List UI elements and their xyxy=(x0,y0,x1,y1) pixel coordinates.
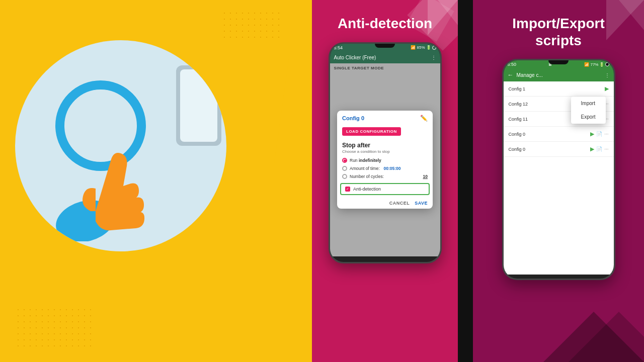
dots-decoration-top xyxy=(221,10,282,40)
config-name-4: Config 0 xyxy=(509,132,591,137)
anti-detection-title: Anti-detection xyxy=(338,15,432,32)
config-dialog: Config 0 ✏️ LOAD CONFIGURATION Stop afte… xyxy=(337,111,433,209)
stop-after-title: Stop after xyxy=(337,140,433,149)
toolbar-title: Auto Clicker (Free) xyxy=(334,55,376,60)
dialog-actions: CANCEL SAVE xyxy=(337,198,433,209)
status-time: 5:54 xyxy=(334,45,343,50)
config-actions-4: ▶ 📄 ··· xyxy=(590,131,608,137)
copy-icon-4[interactable]: 📄 xyxy=(596,131,602,137)
radio-number-of-cycles[interactable]: Number of cycles: 10 xyxy=(337,172,433,180)
circle-background xyxy=(15,40,226,251)
play-icon-4[interactable]: ▶ xyxy=(590,131,594,137)
anti-detection-checkbox-row[interactable]: ✓ Anti-detection xyxy=(340,183,430,195)
dialog-overlay: Config 0 ✏️ LOAD CONFIGURATION Stop afte… xyxy=(330,63,440,256)
config-name-1: Config 1 xyxy=(509,86,605,92)
more-icon-4[interactable]: ··· xyxy=(604,131,608,137)
config-name-5: Config 0 xyxy=(509,147,591,152)
anti-detection-phone: 5:54 📶 85% 🔋 Auto Clicker (Free) ⋮ SINGL… xyxy=(329,42,442,263)
anti-detection-section: Anti-detection 5:54 📶 85% 🔋 Auto Clicker… xyxy=(312,0,458,362)
phone-toolbar-2: ← Manage c... ⋮ Import Export xyxy=(504,68,614,81)
separator-bar xyxy=(458,0,473,362)
phone-notch-2 xyxy=(548,60,569,64)
right-panel: Anti-detection 5:54 📶 85% 🔋 Auto Clicker… xyxy=(312,0,644,362)
import-export-phone: 5:50 🖥 📶 77% 🔋 ← Manage c... ⋮ xyxy=(502,59,615,280)
toolbar-title-2: Manage c... xyxy=(517,72,543,78)
phone-content: SINGLE TARGET MODE Config 0 ✏️ LOAD CONF… xyxy=(330,63,440,256)
import-export-dropdown: Import Export xyxy=(571,97,606,124)
more-icon-5[interactable]: ··· xyxy=(604,146,608,152)
status-icons-2: 📶 77% 🔋 xyxy=(584,62,609,67)
config-actions-5: ▶ 📄 ··· xyxy=(590,146,608,152)
phone-notch xyxy=(375,44,395,48)
radio-run-indefinitely[interactable]: Run indefinitely xyxy=(337,156,433,164)
left-panel xyxy=(0,0,312,362)
play-icon-1[interactable]: ▶ xyxy=(605,85,609,92)
export-menu-item[interactable]: Export xyxy=(571,110,606,124)
edit-icon[interactable]: ✏️ xyxy=(420,115,428,122)
status-time-2: 5:50 xyxy=(508,62,517,67)
settings-circle-2 xyxy=(605,62,609,66)
import-export-title: Import/Export scripts xyxy=(512,15,605,49)
radio-amount-of-time[interactable]: Amount of time: 00:05:00 xyxy=(337,164,433,172)
copy-icon-5[interactable]: 📄 xyxy=(596,146,602,152)
hand-icon xyxy=(45,101,186,241)
dialog-header: Config 0 ✏️ xyxy=(337,111,433,126)
radio-circle-time xyxy=(342,166,347,171)
anti-detection-checkbox-label: Anti-detection xyxy=(353,187,381,192)
anti-detection-checkbox: ✓ xyxy=(345,187,350,192)
dialog-config-name: Config 0 xyxy=(342,115,364,121)
config-row-4: Config 0 ▶ 📄 ··· xyxy=(504,127,614,142)
import-export-section: Import/Export scripts 5:50 🖥 📶 77% 🔋 ← M… xyxy=(473,0,644,362)
load-config-button[interactable]: LOAD CONFIGURATION xyxy=(337,126,433,140)
phone-toolbar: Auto Clicker (Free) ⋮ xyxy=(330,52,440,63)
hero-circle xyxy=(15,40,226,251)
radio-circle-selected xyxy=(342,158,347,163)
cancel-button[interactable]: CANCEL xyxy=(389,201,410,206)
play-icon-5[interactable]: ▶ xyxy=(590,146,594,152)
import-menu-item[interactable]: Import xyxy=(571,97,606,110)
save-button[interactable]: SAVE xyxy=(415,201,428,206)
stop-after-subtitle: Choose a condition to stop xyxy=(337,149,433,156)
config-actions-1: ▶ xyxy=(605,85,609,92)
dots-decoration-bottom xyxy=(15,307,96,347)
status-icons: 📶 85% 🔋 xyxy=(411,45,436,50)
settings-circle xyxy=(432,46,436,50)
config-row-1: Config 1 ▶ xyxy=(504,81,614,97)
config-row-5: Config 0 ▶ 📄 ··· xyxy=(504,142,614,157)
radio-circle-cycles xyxy=(342,174,347,179)
menu-trigger[interactable]: ⋮ Import Export xyxy=(605,72,610,78)
